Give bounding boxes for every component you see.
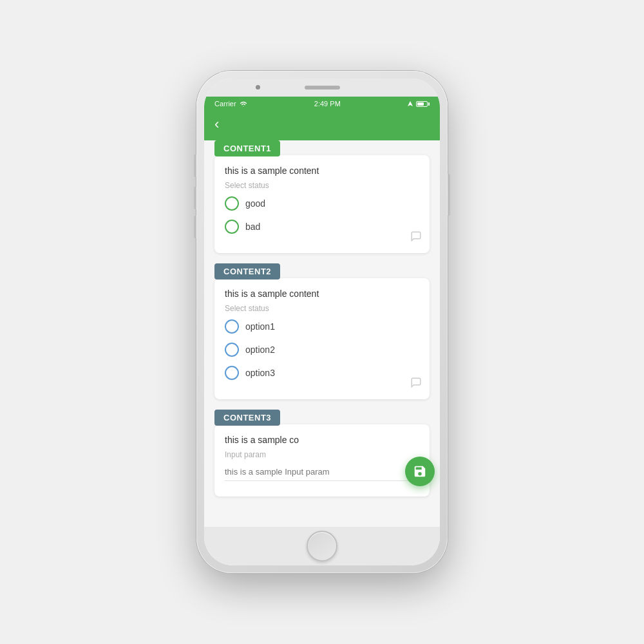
- camera-dot: [256, 85, 260, 90]
- speaker: [305, 86, 340, 90]
- phone-screen: Carrier 2:49 PM: [204, 79, 440, 565]
- content2-section: CONTENT2 this is a sample content Select…: [214, 263, 430, 399]
- phone-top-bar: [204, 79, 440, 97]
- content2-title: this is a sample content: [225, 289, 419, 299]
- phone-frame: Carrier 2:49 PM: [196, 71, 448, 573]
- status-right: [407, 100, 430, 107]
- save-fab-button[interactable]: [405, 457, 435, 486]
- radio-circle-bad: [225, 220, 239, 234]
- content1-section: CONTENT1 this is a sample content Select…: [214, 140, 430, 253]
- radio-label-good: good: [245, 198, 265, 209]
- content3-header: CONTENT3: [214, 410, 280, 426]
- content3-section: CONTENT3 this is a sample co Input param: [214, 410, 430, 497]
- comment-icon-2[interactable]: [410, 377, 422, 392]
- content2-header: CONTENT2: [214, 263, 280, 279]
- wifi-icon: [239, 100, 248, 107]
- nav-bar: ‹: [204, 111, 440, 140]
- radio-circle-option1: [225, 319, 239, 334]
- content1-title: this is a sample content: [225, 166, 419, 176]
- carrier-label: Carrier: [214, 100, 236, 108]
- content3-input[interactable]: [225, 463, 419, 481]
- status-time: 2:49 PM: [314, 100, 341, 108]
- location-icon: [407, 100, 413, 107]
- radio-circle-option3: [225, 366, 239, 380]
- radio-option-option2[interactable]: option2: [225, 343, 419, 357]
- content3-input-label: Input param: [225, 450, 419, 459]
- radio-option-option1[interactable]: option1: [225, 319, 419, 334]
- radio-circle-good: [225, 196, 239, 211]
- radio-label-option1: option1: [245, 321, 275, 332]
- content1-card: this is a sample content Select status g…: [214, 155, 430, 253]
- radio-option-option3[interactable]: option3: [225, 366, 419, 380]
- content3-card: this is a sample co Input param: [214, 424, 430, 497]
- radio-option-good[interactable]: good: [225, 196, 419, 211]
- back-button[interactable]: ‹: [214, 117, 219, 131]
- status-left: Carrier: [214, 100, 248, 108]
- radio-circle-option2: [225, 343, 239, 357]
- content1-select-label: Select status: [225, 181, 419, 190]
- status-bar: Carrier 2:49 PM: [204, 97, 440, 111]
- content2-card: this is a sample content Select status o…: [214, 278, 430, 399]
- radio-option-bad[interactable]: bad: [225, 220, 419, 234]
- content2-select-label: Select status: [225, 304, 419, 313]
- main-content: CONTENT1 this is a sample content Select…: [204, 140, 440, 527]
- phone-bottom-bar: [204, 527, 440, 565]
- home-button[interactable]: [307, 531, 337, 562]
- content1-header: CONTENT1: [214, 140, 280, 156]
- radio-label-option3: option3: [245, 368, 275, 378]
- battery-icon: [416, 101, 430, 107]
- content3-title: this is a sample co: [225, 435, 419, 445]
- radio-label-bad: bad: [245, 222, 260, 232]
- radio-label-option2: option2: [245, 345, 275, 355]
- comment-icon-1[interactable]: [410, 231, 422, 245]
